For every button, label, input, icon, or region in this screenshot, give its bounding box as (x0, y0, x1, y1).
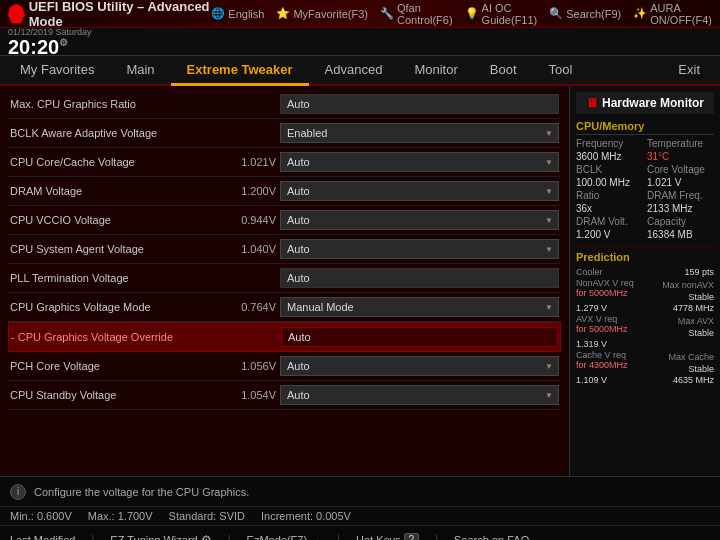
main-content: Max. CPU Graphics Ratio Auto BCLK Aware … (0, 86, 720, 476)
temperature-label: Temperature (647, 138, 714, 149)
setting-label-10: CPU Standby Voltage (10, 389, 230, 401)
setting-row-dram-voltage: DRAM Voltage 1.200V Auto (8, 177, 561, 206)
setting-value-left-5: 1.040V (230, 243, 280, 255)
setting-value-left-7: 0.764V (230, 301, 280, 313)
setting-control-7: Manual Mode Auto Offset Mode (280, 297, 559, 317)
setting-label-0: Max. CPU Graphics Ratio (10, 98, 230, 110)
max-avx-value: Stable (688, 328, 714, 338)
dropdown-cpu-core-cache[interactable]: Auto Manual Mode Offset Mode (280, 152, 559, 172)
max-avx-label: Max AVX (678, 316, 714, 326)
setting-row-cpu-graphics-voltage-override: - CPU Graphics Voltage Override Auto (8, 322, 561, 352)
ratio-value: 36x (576, 203, 643, 214)
setting-row-cpu-core-cache-voltage: CPU Core/Cache Voltage 1.021V Auto Manua… (8, 148, 561, 177)
language-selector[interactable]: 🌐 English (211, 2, 264, 26)
search-faq-btn[interactable]: Search on FAQ (454, 533, 529, 541)
rog-logo-icon (8, 4, 25, 24)
tab-exit[interactable]: Exit (662, 56, 716, 86)
max-info: Max.: 1.700V (88, 510, 153, 522)
nonavx-req-row: NonAVX V req for 5000MHz Max nonAVX Stab… (576, 278, 714, 302)
dropdown-cpu-system-agent[interactable]: Auto (280, 239, 559, 259)
dropdown-cpu-vccio[interactable]: Auto (280, 210, 559, 230)
setting-control-2: Auto Manual Mode Offset Mode (280, 152, 559, 172)
hw-monitor-title: 🖥 Hardware Monitor (576, 92, 714, 114)
nonavx-req-value: 1.279 V (576, 303, 607, 313)
monitor-icon: 🖥 (586, 96, 598, 110)
settings-gear-icon[interactable]: ⚙ (59, 37, 68, 48)
dropdown-dram-voltage[interactable]: Auto (280, 181, 559, 201)
my-favorite-btn[interactable]: ⭐ MyFavorite(F3) (276, 2, 368, 26)
setting-control-1: Enabled Disabled (280, 123, 559, 143)
setting-value-left-4: 0.944V (230, 214, 280, 226)
qfan-control-btn[interactable]: 🔧 Qfan Control(F6) (380, 2, 453, 26)
setting-control-10: Auto (280, 385, 559, 405)
avx-req-label: AVX V req for 5000MHz (576, 314, 628, 338)
setting-row-max-cpu-graphics-ratio: Max. CPU Graphics Ratio Auto (8, 90, 561, 119)
aura-btn[interactable]: ✨ AURA ON/OFF(F4) (633, 2, 712, 26)
dropdown-pch-core[interactable]: Auto (280, 356, 559, 376)
setting-label-3: DRAM Voltage (10, 185, 230, 197)
last-modified-btn[interactable]: Last Modified (10, 533, 75, 541)
setting-label-2: CPU Core/Cache Voltage (10, 156, 230, 168)
setting-control-3: Auto (280, 181, 559, 201)
cpu-memory-title: CPU/Memory (576, 120, 714, 135)
nav-tabs: My Favorites Main Extreme Tweaker Advanc… (0, 56, 720, 86)
setting-row-cpu-vccio: CPU VCCIO Voltage 0.944V Auto (8, 206, 561, 235)
prediction-title: Prediction (576, 251, 714, 263)
tab-boot[interactable]: Boot (474, 56, 533, 86)
max-nonavx-label: Max nonAVX (662, 280, 714, 290)
setting-value-left-3: 1.200V (230, 185, 280, 197)
setting-label-6: PLL Termination Voltage (10, 272, 230, 284)
footer: Last Modified | EZ Tuning Wizard ⚙ | EzM… (0, 525, 720, 540)
core-voltage-value: 1.021 V (647, 177, 714, 188)
tab-monitor[interactable]: Monitor (398, 56, 473, 86)
tab-tool[interactable]: Tool (533, 56, 589, 86)
dram-volt-value: 1.200 V (576, 229, 643, 240)
ez-mode-icon: → (310, 534, 321, 541)
status-bar: i Configure the voltage for the CPU Grap… (0, 476, 720, 506)
setting-row-bclk-aware: BCLK Aware Adaptive Voltage Enabled Disa… (8, 119, 561, 148)
dram-freq-value: 2133 MHz (647, 203, 714, 214)
value-display-8[interactable]: Auto (281, 327, 558, 347)
hot-keys-key: ? (404, 533, 420, 540)
cache-req-label: Cache V req for 4300MHz (576, 350, 628, 374)
setting-control-4: Auto (280, 210, 559, 230)
ratio-label: Ratio (576, 190, 643, 201)
hot-keys-btn[interactable]: Hot Keys ? (356, 533, 419, 541)
setting-label-7: CPU Graphics Voltage Mode (10, 301, 230, 313)
settings-panel: Max. CPU Graphics Ratio Auto BCLK Aware … (0, 86, 570, 476)
core-voltage-label: Core Voltage (647, 164, 714, 175)
bclk-value: 100.00 MHz (576, 177, 643, 188)
value-display-0: Auto (280, 94, 559, 114)
capacity-label: Capacity (647, 216, 714, 227)
avx-req-row: AVX V req for 5000MHz Max AVX Stable (576, 314, 714, 338)
setting-row-pch-core-voltage: PCH Core Voltage 1.056V Auto (8, 352, 561, 381)
nonavx-req-label: NonAVX V req for 5000MHz (576, 278, 634, 302)
ez-mode-btn[interactable]: EzMode(F7) → (247, 533, 322, 541)
tab-extreme-tweaker[interactable]: Extreme Tweaker (171, 56, 309, 86)
setting-label-1: BCLK Aware Adaptive Voltage (10, 127, 230, 139)
dram-volt-label: DRAM Volt. (576, 216, 643, 227)
dropdown-cpu-standby[interactable]: Auto (280, 385, 559, 405)
dram-freq-label: DRAM Freq. (647, 190, 714, 201)
dropdown-bclk-aware[interactable]: Enabled Disabled (280, 123, 559, 143)
ai-oc-guide-btn[interactable]: 💡 AI OC Guide(F11) (465, 2, 538, 26)
cooler-row: Cooler 159 pts (576, 267, 714, 277)
dropdown-cpu-graphics-voltage-mode[interactable]: Manual Mode Auto Offset Mode (280, 297, 559, 317)
tab-my-favorites[interactable]: My Favorites (4, 56, 110, 86)
tab-advanced[interactable]: Advanced (309, 56, 399, 86)
bclk-label: BCLK (576, 164, 643, 175)
tab-main[interactable]: Main (110, 56, 170, 86)
cooler-value: 159 pts (684, 267, 714, 277)
standard-info: Standard: SVID (169, 510, 245, 522)
date-time: 01/12/2019 Saturday 20:20⚙ (8, 27, 92, 57)
avx-req-value: 1.319 V (576, 339, 607, 349)
ez-tuning-wizard-btn[interactable]: EZ Tuning Wizard ⚙ (110, 533, 211, 541)
max-cache-status: Stable (688, 364, 714, 374)
search-btn[interactable]: 🔍 Search(F9) (549, 2, 621, 26)
footer-buttons: Last Modified | EZ Tuning Wizard ⚙ | EzM… (10, 533, 529, 541)
max-cache-label: Max Cache (668, 352, 714, 362)
setting-control-9: Auto (280, 356, 559, 376)
setting-value-left-2: 1.021V (230, 156, 280, 168)
setting-control-5: Auto (280, 239, 559, 259)
max-nonavx-stable: Stable (688, 292, 714, 302)
